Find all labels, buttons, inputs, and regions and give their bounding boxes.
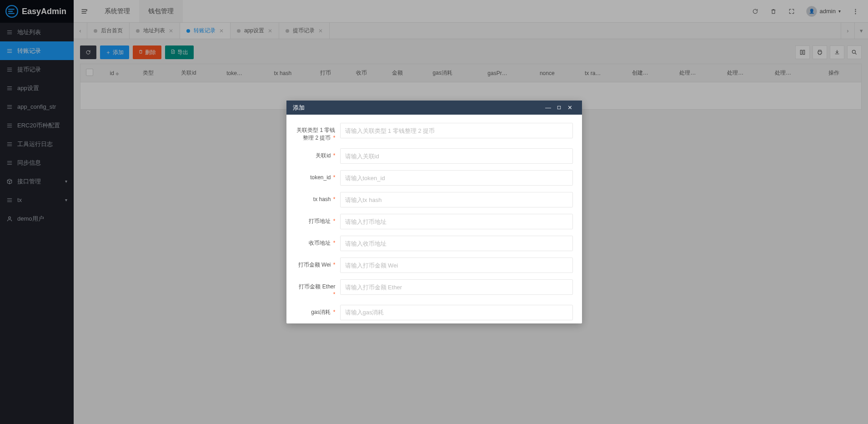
form-row-6: 打币金额 Wei *: [296, 257, 573, 273]
maximize-icon[interactable]: [554, 105, 565, 110]
form-row-1: 关联id *: [296, 148, 573, 164]
form-input-4[interactable]: [340, 214, 573, 229]
minimize-icon[interactable]: ―: [543, 104, 554, 111]
form-row-0: 关联类型 1 零钱整理 2 提币 *: [296, 123, 573, 142]
modal-header[interactable]: 添加 ― ✕: [286, 101, 582, 115]
form-input-7[interactable]: [340, 279, 573, 295]
form-row-5: 收币地址 *: [296, 236, 573, 251]
add-modal: 添加 ― ✕ 关联类型 1 零钱整理 2 提币 *关联id *token_id …: [286, 101, 582, 323]
form-input-5[interactable]: [340, 236, 573, 251]
form-input-1[interactable]: [340, 148, 573, 164]
form-row-7: 打币金额 Ether *: [296, 279, 573, 298]
form-label: 打币金额 Ether *: [296, 279, 340, 298]
modal-body: 关联类型 1 零钱整理 2 提币 *关联id *token_id *tx has…: [286, 115, 582, 323]
svg-rect-5: [557, 106, 560, 109]
form-label: gas消耗 *: [296, 305, 340, 316]
form-row-8: gas消耗 *: [296, 305, 573, 320]
form-input-0[interactable]: [340, 123, 573, 138]
modal-title: 添加: [293, 104, 543, 112]
form-input-3[interactable]: [340, 192, 573, 207]
close-icon[interactable]: ✕: [565, 104, 576, 111]
form-row-2: token_id *: [296, 170, 573, 186]
form-input-6[interactable]: [340, 257, 573, 273]
form-label: 打币金额 Wei *: [296, 257, 340, 269]
form-row-4: 打币地址 *: [296, 214, 573, 229]
form-label: 收币地址 *: [296, 236, 340, 247]
form-label: 打币地址 *: [296, 214, 340, 225]
form-label: 关联id *: [296, 148, 340, 160]
form-input-8[interactable]: [340, 305, 573, 320]
form-row-3: tx hash *: [296, 192, 573, 207]
form-label: tx hash *: [296, 192, 340, 203]
form-label: token_id *: [296, 170, 340, 182]
form-label: 关联类型 1 零钱整理 2 提币 *: [296, 123, 340, 142]
form-input-2[interactable]: [340, 170, 573, 186]
